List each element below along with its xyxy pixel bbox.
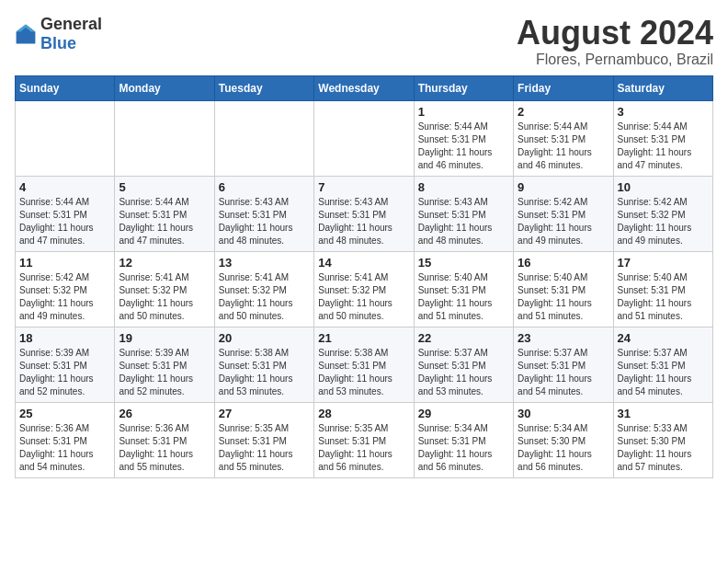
day-number: 24 bbox=[618, 331, 709, 345]
day-number: 13 bbox=[219, 256, 310, 270]
day-info: Sunrise: 5:34 AMSunset: 5:30 PMDaylight:… bbox=[518, 422, 609, 474]
day-number: 23 bbox=[518, 331, 609, 345]
calendar-cell bbox=[16, 100, 115, 176]
calendar-cell bbox=[314, 100, 414, 176]
calendar-table: SundayMondayTuesdayWednesdayThursdayFrid… bbox=[15, 75, 713, 478]
day-info: Sunrise: 5:42 AMSunset: 5:31 PMDaylight:… bbox=[518, 196, 609, 247]
calendar-cell: 1Sunrise: 5:44 AMSunset: 5:31 PMDaylight… bbox=[414, 100, 513, 176]
calendar-cell: 29Sunrise: 5:34 AMSunset: 5:31 PMDayligh… bbox=[414, 402, 513, 477]
calendar-cell: 24Sunrise: 5:37 AMSunset: 5:31 PMDayligh… bbox=[613, 327, 712, 402]
calendar-cell: 7Sunrise: 5:43 AMSunset: 5:31 PMDaylight… bbox=[314, 176, 414, 251]
day-info: Sunrise: 5:41 AMSunset: 5:32 PMDaylight:… bbox=[318, 271, 409, 323]
calendar-cell bbox=[214, 100, 313, 176]
day-number: 14 bbox=[318, 256, 409, 270]
month-year-title: August 2024 bbox=[517, 15, 713, 52]
day-info: Sunrise: 5:40 AMSunset: 5:31 PMDaylight:… bbox=[418, 271, 509, 323]
day-number: 26 bbox=[119, 407, 210, 420]
calendar-cell: 20Sunrise: 5:38 AMSunset: 5:31 PMDayligh… bbox=[214, 327, 313, 402]
calendar-week-row: 1Sunrise: 5:44 AMSunset: 5:31 PMDaylight… bbox=[16, 100, 713, 176]
day-info: Sunrise: 5:39 AMSunset: 5:31 PMDaylight:… bbox=[119, 347, 210, 398]
day-number: 21 bbox=[318, 331, 409, 345]
day-number: 9 bbox=[518, 180, 609, 194]
calendar-week-row: 4Sunrise: 5:44 AMSunset: 5:31 PMDaylight… bbox=[16, 176, 713, 251]
day-info: Sunrise: 5:44 AMSunset: 5:31 PMDaylight:… bbox=[518, 121, 609, 172]
calendar-week-row: 11Sunrise: 5:42 AMSunset: 5:32 PMDayligh… bbox=[16, 251, 713, 327]
day-number: 5 bbox=[119, 180, 210, 194]
day-number: 29 bbox=[418, 407, 509, 420]
header: General Blue August 2024 Flores, Pernamb… bbox=[15, 15, 713, 68]
calendar-cell: 25Sunrise: 5:36 AMSunset: 5:31 PMDayligh… bbox=[16, 402, 115, 477]
day-info: Sunrise: 5:44 AMSunset: 5:31 PMDaylight:… bbox=[618, 121, 709, 172]
day-of-week-header: Sunday bbox=[16, 75, 115, 100]
day-info: Sunrise: 5:36 AMSunset: 5:31 PMDaylight:… bbox=[119, 422, 210, 474]
calendar-cell: 22Sunrise: 5:37 AMSunset: 5:31 PMDayligh… bbox=[414, 327, 513, 402]
day-number: 10 bbox=[618, 180, 709, 194]
logo-icon bbox=[15, 23, 37, 45]
day-of-week-header: Tuesday bbox=[214, 75, 313, 100]
logo-blue: Blue bbox=[40, 34, 76, 52]
day-number: 11 bbox=[19, 256, 110, 270]
calendar-cell: 10Sunrise: 5:42 AMSunset: 5:32 PMDayligh… bbox=[613, 176, 712, 251]
calendar-cell: 16Sunrise: 5:40 AMSunset: 5:31 PMDayligh… bbox=[514, 251, 613, 327]
day-number: 25 bbox=[19, 407, 110, 420]
title-area: August 2024 Flores, Pernambuco, Brazil bbox=[517, 15, 713, 68]
day-info: Sunrise: 5:44 AMSunset: 5:31 PMDaylight:… bbox=[19, 196, 110, 247]
day-info: Sunrise: 5:42 AMSunset: 5:32 PMDaylight:… bbox=[19, 271, 110, 323]
day-info: Sunrise: 5:35 AMSunset: 5:31 PMDaylight:… bbox=[318, 422, 409, 474]
day-info: Sunrise: 5:43 AMSunset: 5:31 PMDaylight:… bbox=[418, 196, 509, 247]
calendar-week-row: 25Sunrise: 5:36 AMSunset: 5:31 PMDayligh… bbox=[16, 402, 713, 477]
calendar-cell: 27Sunrise: 5:35 AMSunset: 5:31 PMDayligh… bbox=[214, 402, 313, 477]
calendar-cell: 6Sunrise: 5:43 AMSunset: 5:31 PMDaylight… bbox=[214, 176, 313, 251]
day-info: Sunrise: 5:44 AMSunset: 5:31 PMDaylight:… bbox=[418, 121, 509, 172]
calendar-cell bbox=[115, 100, 214, 176]
day-info: Sunrise: 5:34 AMSunset: 5:31 PMDaylight:… bbox=[418, 422, 509, 474]
day-number: 30 bbox=[518, 407, 609, 420]
day-info: Sunrise: 5:41 AMSunset: 5:32 PMDaylight:… bbox=[219, 271, 310, 323]
day-number: 19 bbox=[119, 331, 210, 345]
day-number: 2 bbox=[518, 105, 609, 119]
calendar-cell: 11Sunrise: 5:42 AMSunset: 5:32 PMDayligh… bbox=[16, 251, 115, 327]
day-of-week-header: Monday bbox=[115, 75, 214, 100]
day-number: 3 bbox=[618, 105, 709, 119]
day-number: 8 bbox=[418, 180, 509, 194]
calendar-cell: 26Sunrise: 5:36 AMSunset: 5:31 PMDayligh… bbox=[115, 402, 214, 477]
calendar-cell: 4Sunrise: 5:44 AMSunset: 5:31 PMDaylight… bbox=[16, 176, 115, 251]
day-number: 12 bbox=[119, 256, 210, 270]
calendar-cell: 12Sunrise: 5:41 AMSunset: 5:32 PMDayligh… bbox=[115, 251, 214, 327]
day-number: 4 bbox=[19, 180, 110, 194]
calendar-cell: 8Sunrise: 5:43 AMSunset: 5:31 PMDaylight… bbox=[414, 176, 513, 251]
calendar-cell: 13Sunrise: 5:41 AMSunset: 5:32 PMDayligh… bbox=[214, 251, 313, 327]
day-info: Sunrise: 5:43 AMSunset: 5:31 PMDaylight:… bbox=[318, 196, 409, 247]
day-info: Sunrise: 5:37 AMSunset: 5:31 PMDaylight:… bbox=[418, 347, 509, 398]
day-info: Sunrise: 5:38 AMSunset: 5:31 PMDaylight:… bbox=[219, 347, 310, 398]
location-subtitle: Flores, Pernambuco, Brazil bbox=[517, 52, 713, 68]
day-number: 7 bbox=[318, 180, 409, 194]
logo: General Blue bbox=[15, 15, 102, 53]
day-number: 17 bbox=[618, 256, 709, 270]
day-info: Sunrise: 5:41 AMSunset: 5:32 PMDaylight:… bbox=[119, 271, 210, 323]
day-number: 18 bbox=[19, 331, 110, 345]
calendar-cell: 30Sunrise: 5:34 AMSunset: 5:30 PMDayligh… bbox=[514, 402, 613, 477]
day-info: Sunrise: 5:39 AMSunset: 5:31 PMDaylight:… bbox=[19, 347, 110, 398]
day-number: 20 bbox=[219, 331, 310, 345]
day-info: Sunrise: 5:37 AMSunset: 5:31 PMDaylight:… bbox=[618, 347, 709, 398]
logo-general: General bbox=[40, 15, 102, 33]
day-info: Sunrise: 5:44 AMSunset: 5:31 PMDaylight:… bbox=[119, 196, 210, 247]
day-of-week-header: Saturday bbox=[613, 75, 712, 100]
day-of-week-header: Thursday bbox=[414, 75, 513, 100]
day-of-week-header: Friday bbox=[514, 75, 613, 100]
calendar-cell: 2Sunrise: 5:44 AMSunset: 5:31 PMDaylight… bbox=[514, 100, 613, 176]
day-info: Sunrise: 5:36 AMSunset: 5:31 PMDaylight:… bbox=[19, 422, 110, 474]
calendar-cell: 3Sunrise: 5:44 AMSunset: 5:31 PMDaylight… bbox=[613, 100, 712, 176]
calendar-cell: 23Sunrise: 5:37 AMSunset: 5:31 PMDayligh… bbox=[514, 327, 613, 402]
calendar-header-row: SundayMondayTuesdayWednesdayThursdayFrid… bbox=[16, 75, 713, 100]
calendar-cell: 9Sunrise: 5:42 AMSunset: 5:31 PMDaylight… bbox=[514, 176, 613, 251]
day-number: 27 bbox=[219, 407, 310, 420]
calendar-cell: 15Sunrise: 5:40 AMSunset: 5:31 PMDayligh… bbox=[414, 251, 513, 327]
day-info: Sunrise: 5:42 AMSunset: 5:32 PMDaylight:… bbox=[618, 196, 709, 247]
day-number: 28 bbox=[318, 407, 409, 420]
calendar-cell: 14Sunrise: 5:41 AMSunset: 5:32 PMDayligh… bbox=[314, 251, 414, 327]
calendar-cell: 28Sunrise: 5:35 AMSunset: 5:31 PMDayligh… bbox=[314, 402, 414, 477]
day-number: 1 bbox=[418, 105, 509, 119]
day-info: Sunrise: 5:43 AMSunset: 5:31 PMDaylight:… bbox=[219, 196, 310, 247]
